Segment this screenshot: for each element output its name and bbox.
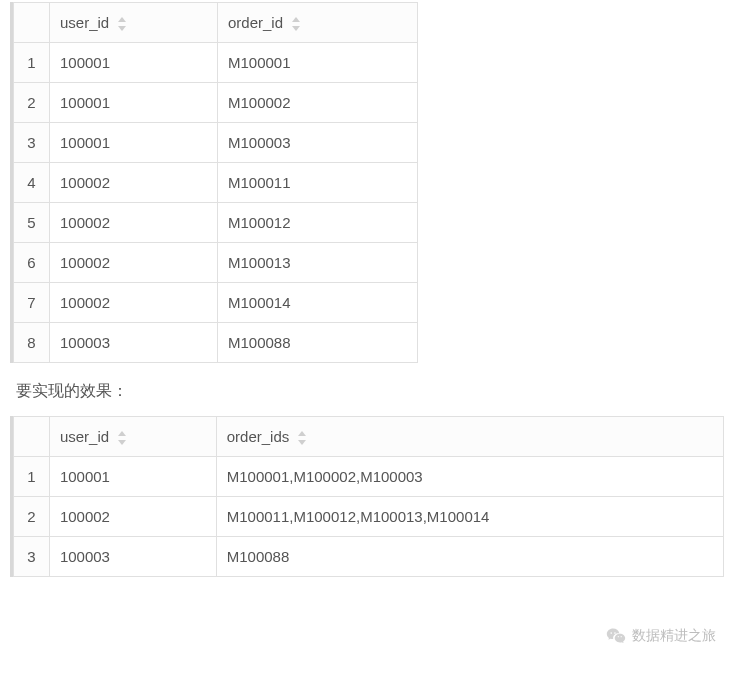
cell-order-id: M100001 — [218, 43, 418, 83]
row-number: 1 — [14, 43, 50, 83]
table-header-row: user_id order_ids — [14, 417, 724, 457]
header-label: user_id — [60, 14, 109, 31]
header-label: order_ids — [227, 428, 290, 445]
row-number: 3 — [14, 537, 50, 577]
cell-user-id: 100003 — [49, 537, 216, 577]
row-number: 7 — [14, 283, 50, 323]
table-row: 1100001M100001 — [14, 43, 418, 83]
table-row: 8100003M100088 — [14, 323, 418, 363]
row-number: 2 — [14, 83, 50, 123]
cell-order-ids: M100011,M100012,M100013,M100014 — [216, 497, 723, 537]
table-row: 3100003M100088 — [14, 537, 724, 577]
watermark: 数据精进之旅 — [606, 626, 716, 646]
cell-user-id: 100002 — [50, 243, 218, 283]
sort-icon[interactable] — [117, 17, 127, 31]
cell-order-id: M100002 — [218, 83, 418, 123]
sort-icon[interactable] — [297, 431, 307, 445]
row-number-header — [14, 3, 50, 43]
cell-user-id: 100002 — [50, 163, 218, 203]
row-number: 4 — [14, 163, 50, 203]
cell-order-id: M100014 — [218, 283, 418, 323]
cell-user-id: 100001 — [50, 83, 218, 123]
table-row: 6100002M100013 — [14, 243, 418, 283]
table-row: 1100001M100001,M100002,M100003 — [14, 457, 724, 497]
row-number: 8 — [14, 323, 50, 363]
table-row: 7100002M100014 — [14, 283, 418, 323]
cell-user-id: 100001 — [50, 123, 218, 163]
cell-user-id: 100001 — [49, 457, 216, 497]
section-label: 要实现的效果： — [16, 381, 724, 402]
cell-order-id: M100088 — [218, 323, 418, 363]
row-number-header — [14, 417, 50, 457]
table-row: 3100001M100003 — [14, 123, 418, 163]
source-table: user_id order_id 1100001M100001 21 — [13, 2, 418, 363]
table-row: 4100002M100011 — [14, 163, 418, 203]
cell-user-id: 100001 — [50, 43, 218, 83]
header-label: user_id — [60, 428, 109, 445]
row-number: 5 — [14, 203, 50, 243]
header-label: order_id — [228, 14, 283, 31]
result-table-wrapper: user_id order_ids 1100001M100001,M100002… — [10, 416, 724, 577]
sort-icon[interactable] — [117, 431, 127, 445]
cell-order-id: M100012 — [218, 203, 418, 243]
cell-user-id: 100003 — [50, 323, 218, 363]
table-body: 1100001M100001 2100001M100002 3100001M10… — [14, 43, 418, 363]
watermark-text: 数据精进之旅 — [632, 627, 716, 645]
sort-icon[interactable] — [291, 17, 301, 31]
table-row: 5100002M100012 — [14, 203, 418, 243]
row-number: 6 — [14, 243, 50, 283]
column-header-order-id[interactable]: order_id — [218, 3, 418, 43]
column-header-user-id[interactable]: user_id — [50, 3, 218, 43]
source-table-wrapper: user_id order_id 1100001M100001 21 — [10, 2, 724, 363]
cell-order-id: M100013 — [218, 243, 418, 283]
cell-user-id: 100002 — [50, 203, 218, 243]
cell-user-id: 100002 — [49, 497, 216, 537]
cell-order-ids: M100088 — [216, 537, 723, 577]
row-number: 3 — [14, 123, 50, 163]
row-number: 1 — [14, 457, 50, 497]
table-header-row: user_id order_id — [14, 3, 418, 43]
cell-order-id: M100011 — [218, 163, 418, 203]
column-header-order-ids[interactable]: order_ids — [216, 417, 723, 457]
cell-order-ids: M100001,M100002,M100003 — [216, 457, 723, 497]
cell-user-id: 100002 — [50, 283, 218, 323]
cell-order-id: M100003 — [218, 123, 418, 163]
table-row: 2100002M100011,M100012,M100013,M100014 — [14, 497, 724, 537]
result-table: user_id order_ids 1100001M100001,M100002… — [13, 416, 724, 577]
column-header-user-id[interactable]: user_id — [49, 417, 216, 457]
table-row: 2100001M100002 — [14, 83, 418, 123]
wechat-icon — [606, 626, 626, 646]
table-body: 1100001M100001,M100002,M100003 2100002M1… — [14, 457, 724, 577]
row-number: 2 — [14, 497, 50, 537]
